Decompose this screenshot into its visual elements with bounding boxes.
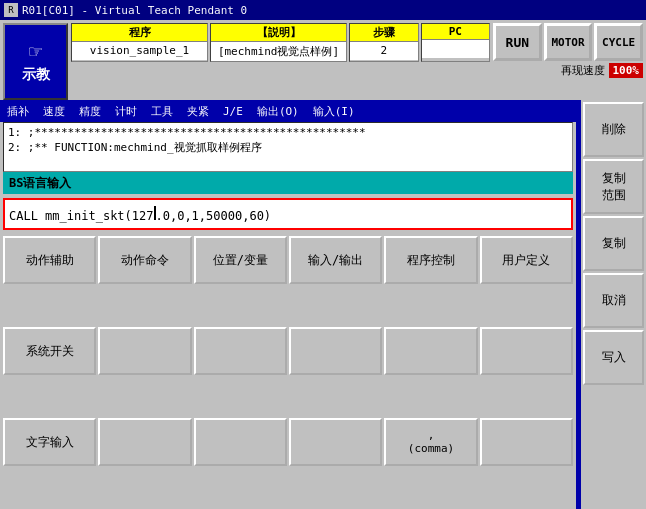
pc-header: PC: [422, 24, 490, 40]
btn-empty-5: [480, 327, 573, 375]
pc-block: PC: [421, 23, 491, 62]
comma-button[interactable]: , (comma): [384, 418, 477, 466]
btn-user-def[interactable]: 用户定义: [480, 236, 573, 284]
btn-text-input[interactable]: 文字输入: [3, 418, 96, 466]
bs-header-text: BS语言输入: [9, 175, 71, 192]
app-icon: R: [4, 3, 18, 17]
title-text: R01[C01] - Virtual Teach Pendant 0: [22, 4, 247, 17]
btn-empty-2: [194, 327, 287, 375]
speed-row: 再现速度 100%: [493, 63, 643, 78]
btn-copy[interactable]: 复制: [583, 216, 644, 271]
code-line-1: 1: ;************************************…: [8, 125, 568, 140]
menu-item-clamp[interactable]: 夹紧: [184, 103, 212, 120]
program-info: 程序 vision_sample_1 【説明】 [mechmind视觉点样例] …: [71, 23, 490, 100]
desc-block: 【説明】 [mechmind视觉点样例]: [210, 23, 347, 62]
code-view: 1: ;************************************…: [3, 122, 573, 172]
run-row: RUN MOTOR CYCLE: [493, 23, 643, 61]
jog-label: 示教: [22, 66, 50, 84]
pc-value: [422, 40, 490, 58]
jog-icon: ☞: [29, 39, 42, 64]
step-header: 步骤: [350, 24, 418, 42]
menu-item-intp[interactable]: 插补: [4, 103, 32, 120]
cursor: [154, 206, 156, 220]
menu-bar: 插补 速度 精度 计时 工具 夹紧 J/E 输出(O) 输入(I): [0, 100, 576, 122]
speed-value: 100%: [609, 63, 644, 78]
menu-item-input[interactable]: 输入(I): [310, 103, 358, 120]
copy-range-line1: 复制: [602, 170, 626, 187]
motor-button[interactable]: MOTOR: [544, 23, 593, 61]
side-panel: 削除 复制 范围 复制 取消 写入: [581, 100, 646, 509]
btn-delete[interactable]: 削除: [583, 102, 644, 157]
title-bar: R R01[C01] - Virtual Teach Pendant 0: [0, 0, 646, 20]
comma-symbol: ,: [428, 429, 435, 442]
btn-empty-4: [384, 327, 477, 375]
menu-item-output[interactable]: 输出(O): [254, 103, 302, 120]
menu-item-precision[interactable]: 精度: [76, 103, 104, 120]
btn-sys-switch[interactable]: 系统开关: [3, 327, 96, 375]
run-button[interactable]: RUN: [493, 23, 542, 61]
code-line-2: 2: ;** FUNCTION:mechmind_视觉抓取样例程序: [8, 140, 568, 155]
btn-copy-range[interactable]: 复制 范围: [583, 159, 644, 214]
btn-empty-6: [98, 418, 191, 466]
btn-write[interactable]: 写入: [583, 330, 644, 385]
bs-header: BS语言输入: [3, 172, 573, 194]
btn-action-assist[interactable]: 动作辅助: [3, 236, 96, 284]
menu-item-je[interactable]: J/E: [220, 104, 246, 119]
menu-item-timer[interactable]: 计时: [112, 103, 140, 120]
speed-label: 再现速度: [561, 63, 605, 78]
step-value: 2: [350, 42, 418, 60]
prog-row1: 程序 vision_sample_1 【説明】 [mechmind视觉点样例] …: [71, 23, 490, 62]
btn-empty-9: [480, 418, 573, 466]
center-panel: 插补 速度 精度 计时 工具 夹紧 J/E 输出(O) 输入(I) 1: ;**…: [0, 100, 576, 509]
cycle-button[interactable]: CYCLE: [594, 23, 643, 61]
copy-range-line2: 范围: [602, 187, 626, 204]
call-input-text: CALL mm_init_skt(127.0,0,1,50000,60): [9, 206, 567, 223]
menu-item-speed[interactable]: 速度: [40, 103, 68, 120]
comma-label: (comma): [408, 442, 454, 455]
step-block: 步骤 2: [349, 23, 419, 62]
desc-value: [mechmind视觉点样例]: [211, 42, 346, 61]
btn-prog-ctrl[interactable]: 程序控制: [384, 236, 477, 284]
bottom-grid: 动作辅助 动作命令 位置/变量 输入/输出 程序控制 用户定义 系统开关 文字输…: [3, 236, 573, 507]
btn-action-cmd[interactable]: 动作命令: [98, 236, 191, 284]
btn-pos-var[interactable]: 位置/变量: [194, 236, 287, 284]
program-value: vision_sample_1: [72, 42, 207, 60]
btn-cancel[interactable]: 取消: [583, 273, 644, 328]
btn-empty-8: [289, 418, 382, 466]
desc-header: 【説明】: [211, 24, 346, 42]
program-header: 程序: [72, 24, 207, 42]
run-buttons-area: RUN MOTOR CYCLE 再现速度 100%: [493, 23, 643, 100]
btn-empty-7: [194, 418, 287, 466]
main-content: 插补 速度 精度 计时 工具 夹紧 J/E 输出(O) 输入(I) 1: ;**…: [0, 100, 646, 509]
call-input-area[interactable]: CALL mm_init_skt(127.0,0,1,50000,60): [3, 198, 573, 230]
btn-empty-3: [289, 327, 382, 375]
btn-io[interactable]: 输入/输出: [289, 236, 382, 284]
top-area: ☞ 示教 程序 vision_sample_1 【説明】 [mechmind视觉…: [0, 20, 646, 100]
bottom-section: 动作辅助 动作命令 位置/变量 输入/输出 程序控制 用户定义 系统开关 文字输…: [3, 236, 573, 507]
btn-empty-1: [98, 327, 191, 375]
program-block: 程序 vision_sample_1: [71, 23, 208, 62]
jog-button[interactable]: ☞ 示教: [3, 23, 68, 100]
menu-item-tool[interactable]: 工具: [148, 103, 176, 120]
